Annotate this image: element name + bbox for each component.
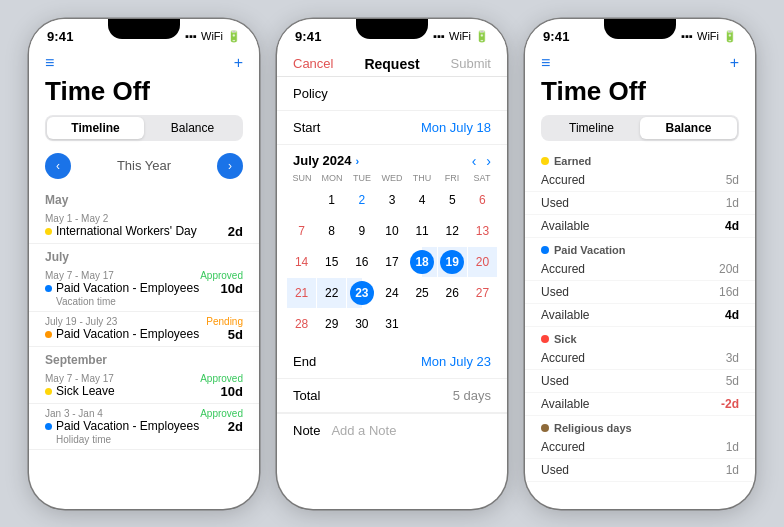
timeline-scroll[interactable]: May May 1 - May 2 International Workers'…	[29, 187, 259, 509]
note-row[interactable]: Note Add a Note	[277, 413, 507, 447]
calendar-day[interactable]: 2	[347, 185, 376, 215]
calendar-day[interactable]: 10	[377, 216, 406, 246]
calendar-day[interactable]: 11	[408, 216, 437, 246]
calendar-day[interactable]: 1	[317, 185, 346, 215]
tab-balance-3[interactable]: Balance	[640, 117, 737, 139]
menu-icon-3[interactable]: ≡	[541, 54, 550, 72]
prev-year-btn[interactable]: ‹	[45, 153, 71, 179]
end-label: End	[293, 354, 316, 369]
balance-value: 1d	[726, 463, 739, 477]
status-badge: Pending	[206, 316, 243, 327]
submit-button[interactable]: Submit	[451, 56, 491, 71]
balance-label: Accured	[541, 173, 585, 187]
balance-value: 5d	[726, 173, 739, 187]
balance-row-pv-available: Available 4d	[525, 304, 755, 327]
calendar-day[interactable]: 3	[377, 185, 406, 215]
calendar-day[interactable]: 27	[468, 278, 497, 308]
battery-icon: 🔋	[723, 30, 737, 43]
battery-icon: 🔋	[475, 30, 489, 43]
calendar-day[interactable]: 17	[377, 247, 406, 277]
dow-thu: THU	[407, 173, 437, 183]
calendar-day[interactable]: 25	[408, 278, 437, 308]
list-item[interactable]: May 7 - May 17 Approved Paid Vacation - …	[29, 266, 259, 312]
start-row[interactable]: Start Mon July 18	[277, 111, 507, 145]
calendar-day[interactable]: 20	[468, 247, 497, 277]
add-icon-1[interactable]: +	[234, 54, 243, 72]
balance-row-sick-used: Used 5d	[525, 370, 755, 393]
calendar-day[interactable]: 4	[408, 185, 437, 215]
balance-value: 20d	[719, 262, 739, 276]
calendar-day[interactable]: 8	[317, 216, 346, 246]
total-row: Total 5 days	[277, 379, 507, 413]
balance-row-rel-accured: Accured 1d	[525, 436, 755, 459]
list-item[interactable]: May 1 - May 2 International Workers' Day…	[29, 209, 259, 244]
date-range: May 1 - May 2	[45, 213, 108, 224]
calendar-day[interactable]	[468, 309, 497, 339]
month-text: July 2024	[293, 153, 352, 168]
date-range: July 19 - July 23	[45, 316, 117, 327]
calendar-day[interactable]	[287, 185, 316, 215]
calendar-day[interactable]	[438, 309, 467, 339]
balance-value: 4d	[725, 219, 739, 233]
add-icon-3[interactable]: +	[730, 54, 739, 72]
next-month-btn[interactable]: ›	[486, 153, 491, 169]
dow-tue: TUE	[347, 173, 377, 183]
calendar-day[interactable]: 24	[377, 278, 406, 308]
calendar-day[interactable]: 28	[287, 309, 316, 339]
signal-icon: ▪▪▪	[433, 30, 445, 42]
status-badge: Approved	[200, 270, 243, 281]
dow-wed: WED	[377, 173, 407, 183]
phone-3-balance: 9:41 ▪▪▪ WiFi 🔋 ≡ + Time Off Timeline Ba…	[525, 19, 755, 509]
dot-paid-vacation	[541, 246, 549, 254]
calendar-day[interactable]: 26	[438, 278, 467, 308]
list-item[interactable]: May 7 - May 17 Approved Sick Leave 10d	[29, 369, 259, 404]
calendar-day[interactable]: 30	[347, 309, 376, 339]
calendar-day[interactable]: 19	[438, 247, 467, 277]
calendar-day[interactable]: 23	[347, 278, 376, 308]
calendar-day[interactable]: 5	[438, 185, 467, 215]
app-header-3: ≡ +	[525, 48, 755, 76]
category-earned-label: Earned	[554, 155, 591, 167]
balance-label: Used	[541, 463, 569, 477]
end-value: Mon July 23	[421, 354, 491, 369]
tab-timeline-1[interactable]: Timeline	[47, 117, 144, 139]
calendar-day[interactable]: 12	[438, 216, 467, 246]
cancel-button[interactable]: Cancel	[293, 56, 333, 71]
balance-scroll[interactable]: Earned Accured 5d Used 1d Available 4d	[525, 149, 755, 509]
calendar-day[interactable]: 15	[317, 247, 346, 277]
event-name: Paid Vacation - Employees	[45, 419, 199, 433]
dot-religious	[541, 424, 549, 432]
tab-timeline-3[interactable]: Timeline	[543, 117, 640, 139]
balance-value: 4d	[725, 308, 739, 322]
calendar-day[interactable]: 6	[468, 185, 497, 215]
event-name: Paid Vacation - Employees	[45, 281, 199, 295]
next-year-btn[interactable]: ›	[217, 153, 243, 179]
calendar-day[interactable]: 14	[287, 247, 316, 277]
calendar-day[interactable]: 21	[287, 278, 316, 308]
section-september: September	[29, 347, 259, 369]
dot-sick	[541, 335, 549, 343]
menu-icon-1[interactable]: ≡	[45, 54, 54, 72]
balance-row-pv-accured: Accured 20d	[525, 258, 755, 281]
dow-sat: SAT	[467, 173, 497, 183]
list-item[interactable]: July 19 - July 23 Pending Paid Vacation …	[29, 312, 259, 347]
list-item[interactable]: Jan 3 - Jan 4 Approved Paid Vacation - E…	[29, 404, 259, 450]
calendar-day[interactable]: 9	[347, 216, 376, 246]
end-row[interactable]: End Mon July 23	[277, 345, 507, 379]
balance-row-sick-accured: Accured 3d	[525, 347, 755, 370]
cal-days-header: SUN MON TUE WED THU FRI SAT	[287, 173, 497, 183]
calendar-day[interactable]: 16	[347, 247, 376, 277]
tab-balance-1[interactable]: Balance	[144, 117, 241, 139]
calendar-day[interactable]: 22	[317, 278, 346, 308]
calendar-day[interactable]: 13	[468, 216, 497, 246]
calendar-day[interactable]	[408, 309, 437, 339]
calendar-day[interactable]: 29	[317, 309, 346, 339]
phone-notch	[108, 19, 180, 39]
calendar-day[interactable]: 18	[408, 247, 437, 277]
prev-month-btn[interactable]: ‹	[472, 153, 477, 169]
calendar-day[interactable]: 7	[287, 216, 316, 246]
category-religious: Religious days	[525, 416, 755, 436]
tab-switcher-1: Timeline Balance	[45, 115, 243, 141]
calendar-day[interactable]: 31	[377, 309, 406, 339]
balance-label: Available	[541, 219, 589, 233]
